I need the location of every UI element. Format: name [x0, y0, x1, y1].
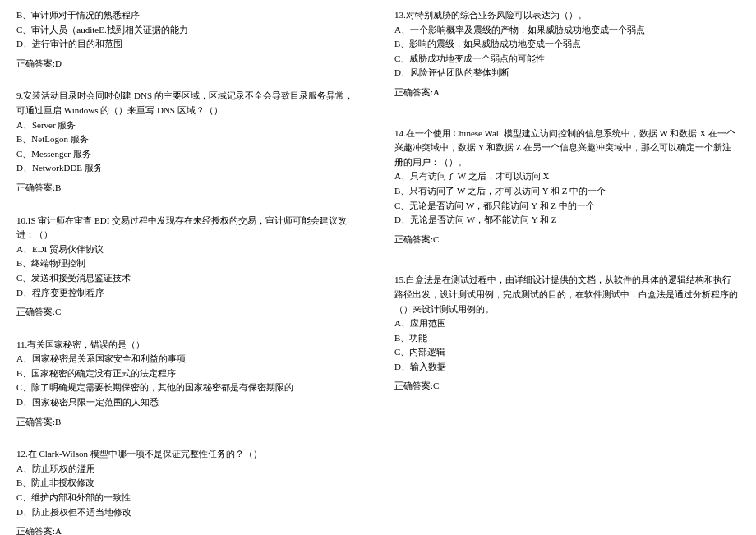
- answer-text: 正确答案:C: [16, 305, 362, 320]
- option-text: B、影响的震级，如果威胁成功地变成一个弱点: [394, 37, 740, 52]
- option-text: A、应用范围: [394, 316, 740, 331]
- answer-text: 正确答案:D: [16, 57, 362, 71]
- option-text: A、EDI 贸易伙伴协议: [16, 242, 362, 257]
- question-10: 10.IS 审计师在审查 EDI 交易过程中发现存在未经授权的交易，审计师可能会…: [16, 214, 362, 320]
- question-8-partial: B、审计师对于情况的熟悉程序 C、审计人员（auditeE.找到相关证据的能力 …: [16, 8, 362, 71]
- answer-text: 正确答案:A: [394, 85, 740, 100]
- option-text: D、国家秘密只限一定范围的人知悉: [16, 395, 362, 410]
- option-text: A、只有访问了 W 之后，才可以访问 X: [394, 169, 740, 184]
- left-column: B、审计师对于情况的熟悉程序 C、审计人员（auditeE.找到相关证据的能力 …: [16, 8, 362, 527]
- question-text: 11.有关国家秘密，错误的是（）: [16, 338, 362, 353]
- option-text: B、国家秘密的确定没有正式的法定程序: [16, 367, 362, 381]
- option-text: D、输入数据: [394, 360, 740, 375]
- question-14: 14.在一个使用 Chinese Wall 模型建立访问控制的信息系统中，数据 …: [394, 127, 740, 247]
- option-text: C、除了明确规定需要长期保密的，其他的国家秘密都是有保密期限的: [16, 380, 362, 395]
- option-text: C、威胁成功地变成一个弱点的可能性: [394, 52, 740, 67]
- option-text: B、功能: [394, 331, 740, 346]
- question-13: 13.对特别威胁的综合业务风险可以表达为（）。 A、一个影响概率及震级的产物，如…: [394, 8, 740, 100]
- option-text: D、进行审计的目的和范围: [16, 37, 362, 52]
- option-text: A、一个影响概率及震级的产物，如果威胁成功地变成一个弱点: [394, 23, 740, 38]
- option-text: C、审计人员（auditeE.找到相关证据的能力: [16, 23, 362, 38]
- option-text: B、NetLogon 服务: [16, 132, 362, 147]
- option-text: D、防止授权但不适当地修改: [16, 505, 362, 520]
- document-page: B、审计师对于情况的熟悉程序 C、审计人员（auditeE.找到相关证据的能力 …: [16, 8, 740, 527]
- option-text: B、终端物理控制: [16, 256, 362, 271]
- option-text: A、Server 服务: [16, 118, 362, 133]
- option-text: A、国家秘密是关系国家安全和利益的事项: [16, 352, 362, 367]
- option-text: C、无论是否访问 W，都只能访问 Y 和 Z 中的一个: [394, 199, 740, 214]
- question-text: 10.IS 审计师在审查 EDI 交易过程中发现存在未经授权的交易，审计师可能会…: [16, 214, 362, 242]
- question-text: 13.对特别威胁的综合业务风险可以表达为（）。: [394, 8, 740, 23]
- answer-text: 正确答案:C: [394, 233, 740, 247]
- answer-text: 正确答案:C: [394, 379, 740, 394]
- option-text: D、程序变更控制程序: [16, 286, 362, 301]
- question-15: 15.白盒法是在测试过程中，由详细设计提供的文档，从软件的具体的逻辑结构和执行路…: [394, 273, 740, 394]
- question-text: 12.在 Clark-Wilson 模型中哪一项不是保证完整性任务的？（）: [16, 447, 362, 462]
- option-text: B、只有访问了 W 之后，才可以访问 Y 和 Z 中的一个: [394, 184, 740, 199]
- answer-text: 正确答案:A: [16, 524, 362, 535]
- option-text: D、风险评估团队的整体判断: [394, 66, 740, 81]
- question-9: 9.安装活动目录时会同时创建 DNS 的主要区域，区域记录不全会导致目录服务异常…: [16, 89, 362, 195]
- question-12: 12.在 Clark-Wilson 模型中哪一项不是保证完整性任务的？（） A、…: [16, 447, 362, 535]
- option-text: D、无论是否访问 W，都不能访问 Y 和 Z: [394, 213, 740, 228]
- option-text: C、发送和接受消息鉴证技术: [16, 271, 362, 286]
- option-text: C、维护内部和外部的一致性: [16, 491, 362, 505]
- option-text: C、内部逻辑: [394, 345, 740, 360]
- right-column: 13.对特别威胁的综合业务风险可以表达为（）。 A、一个影响概率及震级的产物，如…: [394, 8, 740, 527]
- answer-text: 正确答案:B: [16, 181, 362, 196]
- question-11: 11.有关国家秘密，错误的是（） A、国家秘密是关系国家安全和利益的事项 B、国…: [16, 338, 362, 430]
- option-text: A、防止职权的滥用: [16, 462, 362, 477]
- question-text: 9.安装活动目录时会同时创建 DNS 的主要区域，区域记录不全会导致目录服务异常…: [16, 89, 362, 118]
- option-text: B、防止非授权修改: [16, 476, 362, 491]
- question-text: 15.白盒法是在测试过程中，由详细设计提供的文档，从软件的具体的逻辑结构和执行路…: [394, 273, 740, 316]
- question-text: 14.在一个使用 Chinese Wall 模型建立访问控制的信息系统中，数据 …: [394, 127, 740, 170]
- option-text: C、Messenger 服务: [16, 147, 362, 162]
- option-text: D、NetworkDDE 服务: [16, 161, 362, 176]
- option-text: B、审计师对于情况的熟悉程序: [16, 8, 362, 23]
- answer-text: 正确答案:B: [16, 415, 362, 430]
